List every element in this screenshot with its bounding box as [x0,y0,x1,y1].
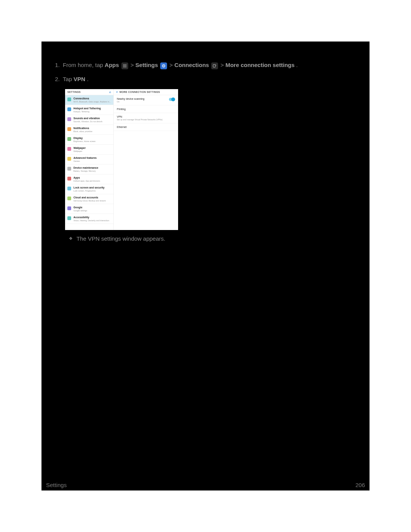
svg-point-4 [124,66,125,66]
sidebar-item[interactable]: NotificationsBlock, allow, prioritize [65,125,113,135]
back-icon[interactable]: < [116,90,118,94]
step-number: 2. [52,75,63,83]
sidebar-item-subtitle: Google settings [73,209,87,212]
svg-point-1 [124,64,125,65]
detail-item[interactable]: Nearby device scanningOn [114,95,178,105]
detail-item-title: Printing [117,108,175,110]
sidebar-item-subtitle: Sounds, Vibration, Do not disturb [73,120,102,123]
sidebar-item-subtitle: Default apps, App permissions [73,180,100,182]
sidebar-item-title: Wallpaper [73,147,86,150]
svg-point-5 [126,66,126,66]
sidebar-item-icon [67,117,71,121]
sidebar-item-subtitle: Games [73,160,97,162]
text: > [220,62,225,68]
sidebar-header: SETTINGS ⌕ [65,89,113,95]
page-content: 1. From home, tap Apps > Settings > Conn… [41,42,370,242]
detail-list: Nearby device scanningOnPrintingVPNSet u… [114,95,178,131]
sidebar-item[interactable]: WallpaperWallpaper [65,145,113,155]
sidebar-item-title: Display [73,137,96,140]
sidebar-item-title: Cloud and accounts [73,196,106,199]
sidebar-item-icon [67,197,71,200]
svg-point-7 [124,67,125,67]
toggle-switch[interactable] [169,98,175,101]
svg-point-6 [123,67,124,67]
svg-point-10 [163,66,164,66]
settings-detail-pane: < MORE CONNECTION SETTINGS Nearby device… [114,89,178,230]
svg-point-3 [123,66,124,66]
sidebar-item-subtitle: Battery, Storage, Memory [73,170,98,172]
sidebar-item-title: Sounds and vibration [73,117,102,120]
settings-menu: ConnectionsWi-Fi, Bluetooth, Data usage,… [65,95,113,224]
sidebar-item[interactable]: Advanced featuresGames [65,155,113,165]
sidebar-item[interactable]: Lock screen and securityLock screen, Fin… [65,184,113,194]
connections-icon [211,62,218,69]
footer-page-number: 206 [355,482,365,488]
sidebar-item-title: Google [73,206,87,209]
vpn-label: VPN [73,76,85,82]
sidebar-item-icon [67,206,71,210]
sidebar-item[interactable]: Device maintenanceBattery, Storage, Memo… [65,165,113,174]
sidebar-item[interactable]: AppsDefault apps, App permissions [65,174,113,184]
sidebar-item-subtitle: Samsung Cloud, Backup and restore [73,200,106,202]
manual-page: 1. From home, tap Apps > Settings > Conn… [41,42,370,490]
detail-item[interactable]: VPNSet up and manage Virtual Private Net… [114,113,178,123]
sidebar-item[interactable]: AccessibilityVision, Hearing, Dexterity … [65,214,113,224]
detail-title: MORE CONNECTION SETTINGS [119,91,160,93]
svg-point-8 [126,67,126,67]
step-number: 1. [52,61,63,69]
detail-header: < MORE CONNECTION SETTINGS [114,89,178,95]
settings-sidebar: SETTINGS ⌕ ConnectionsWi-Fi, Bluetooth, … [65,89,114,230]
sidebar-item-subtitle: Hotspot, Tethering [73,110,101,113]
sidebar-item-subtitle: Vision, Hearing, Dexterity and interacti… [73,219,109,222]
sidebar-item[interactable]: Cloud and accountsSamsung Cloud, Backup … [65,194,113,204]
sidebar-item[interactable]: DisplayBrightness, Home screen [65,135,113,145]
detail-item-subtitle: On [117,101,175,103]
sidebar-item-icon [67,147,71,151]
detail-item-title: VPN [117,115,175,118]
sidebar-item-title: Notifications [73,127,92,130]
step-list: 1. From home, tap Apps > Settings > Conn… [52,61,359,83]
step-1-text: From home, tap Apps > Settings > Connect… [63,61,359,69]
sidebar-item-icon [67,167,71,171]
sidebar-item[interactable]: Sounds and vibrationSounds, Vibration, D… [65,115,113,125]
detail-item-subtitle: Set up and manage Virtual Private Networ… [117,118,175,121]
sidebar-item-title: Device maintenance [73,166,98,169]
svg-point-0 [123,64,124,65]
sidebar-item[interactable]: ConnectionsWi-Fi, Bluetooth, Data usage,… [65,95,113,105]
sidebar-item-icon [67,177,71,181]
sidebar-item-subtitle: Lock screen, Fingerprints [73,190,105,192]
svg-point-2 [126,64,126,65]
diamond-bullet-icon: ❖ [69,236,73,241]
sidebar-item-title: Accessibility [73,216,109,219]
sidebar-item[interactable]: GoogleGoogle settings [65,204,113,214]
sidebar-item-title: Advanced features [73,157,97,160]
detail-item-title: Ethernet [117,126,175,128]
embedded-screenshot: SETTINGS ⌕ ConnectionsWi-Fi, Bluetooth, … [65,89,178,230]
step-2-text: Tap VPN . [63,75,359,83]
more-connection-settings-label: More connection settings [225,62,295,68]
detail-item-title: Nearby device scanning [117,97,175,100]
text: . [296,62,298,68]
sidebar-item-icon [67,97,71,101]
connections-label: Connections [174,62,209,68]
sidebar-item-icon [67,107,71,111]
sidebar-item-subtitle: Block, allow, prioritize [73,130,92,133]
text: From home, tap [63,62,105,68]
sidebar-item-icon [67,157,71,161]
sidebar-item-title: Apps [73,176,100,179]
text: Tap [63,76,73,82]
page-footer: Settings 206 [41,482,370,488]
result-line: ❖ The VPN settings window appears. [69,235,359,242]
svg-rect-11 [213,65,215,67]
search-icon[interactable]: ⌕ [109,90,111,94]
detail-item[interactable]: Printing [114,105,178,113]
step-2: 2. Tap VPN . [52,75,359,83]
result-text: The VPN settings window appears. [76,235,165,242]
step-1: 1. From home, tap Apps > Settings > Conn… [52,61,359,69]
text: . [87,76,88,82]
sidebar-item-icon [67,216,71,220]
sidebar-item-icon [67,137,71,141]
sidebar-item[interactable]: Hotspot and TetheringHotspot, Tethering [65,105,113,115]
footer-section: Settings [46,482,67,488]
detail-item[interactable]: Ethernet [114,123,178,131]
